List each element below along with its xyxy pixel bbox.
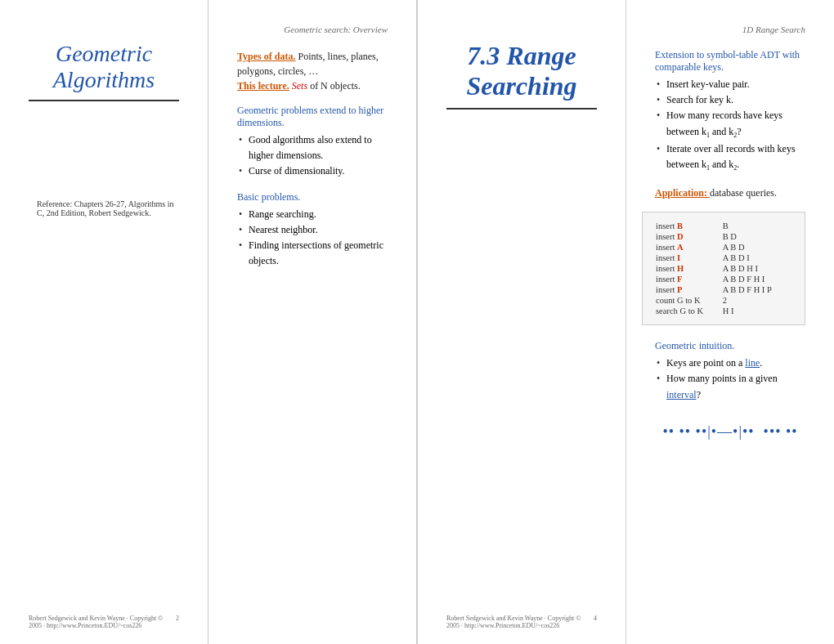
geo-intuition-section: Geometric intuition. Keys are point on a… <box>655 340 805 403</box>
footer-left-2: Robert Sedgewick and Kevin Wayne · Copyr… <box>446 615 594 629</box>
page2-divider <box>446 108 597 110</box>
page-1-right: Geometric search: Overview Types of data… <box>208 0 417 644</box>
table-row: insert I A B D I <box>656 253 791 263</box>
ext-bullet-3: How many records have keys between k1 an… <box>666 108 805 141</box>
geo-problems-title: Geometric problems extend to higher dime… <box>237 105 388 129</box>
basic-bullet-2: Nearest neighbor. <box>249 222 388 238</box>
ext-bullet-2: Search for key k. <box>666 92 805 108</box>
interval-label: interval <box>666 389 697 400</box>
of-n-objects: of N objects. <box>310 80 361 92</box>
number-line-diagram: •• •• ••|•—•|•• ••• •• <box>655 423 805 441</box>
geo-bullet-1: Good algorithms also extend to higher di… <box>249 132 388 163</box>
extension-title: Extension to symbol-table ADT with compa… <box>655 49 805 74</box>
lecture-label: This lecture. <box>237 80 289 92</box>
geo-bullets-list-2: Keys are point on a line. How many point… <box>655 356 805 403</box>
page-1-left: Geometric Algorithms Reference: Chapters… <box>0 0 208 644</box>
application-label: Application: <box>655 187 710 199</box>
geo-bullet-2-1: Keys are point on a line. <box>666 356 805 371</box>
page2-footer: Robert Sedgewick and Kevin Wayne · Copyr… <box>446 615 597 629</box>
geo-bullets-list: Good algorithms also extend to higher di… <box>237 132 388 180</box>
operations-table: insert B B insert D B D insert A A B D i… <box>642 212 805 325</box>
table-row: count G to K 2 <box>656 295 791 306</box>
slide2-header: 1D Range Search <box>655 25 805 34</box>
basic-bullet-3: Finding intersections of geometric objec… <box>249 238 388 269</box>
basic-bullet-1: Range searching. <box>249 207 388 222</box>
geo-bullet-2-2: How many points in a given interval? <box>666 371 805 402</box>
geo-problems-section: Geometric problems extend to higher dime… <box>237 105 388 180</box>
page2-title: 7.3 Range Searching <box>446 41 597 101</box>
lecture-text: This lecture. Sets of N objects. <box>237 78 388 93</box>
extension-bullets-list: Insert key-value pair. Search for key k.… <box>655 77 805 174</box>
page1-divider <box>29 100 179 101</box>
basic-bullets-list: Range searching. Nearest neighbor. Findi… <box>237 207 388 270</box>
ext-bullet-1: Insert key-value pair. <box>666 77 805 92</box>
page1-footer: Robert Sedgewick and Kevin Wayne · Copyr… <box>29 615 179 629</box>
application-section: Application: database queries. <box>655 186 805 200</box>
page-2-right: 1D Range Search Extension to symbol-tabl… <box>626 0 834 644</box>
application-content: database queries. <box>710 187 777 199</box>
geo-bullet-2: Curse of dimensionality. <box>249 163 388 179</box>
extension-section: Extension to symbol-table ADT with compa… <box>655 49 805 174</box>
types-section: Types of data. Points, lines, planes, po… <box>237 49 388 93</box>
table-row: insert P A B D F H I P <box>656 284 791 295</box>
footer-right-2: 4 <box>594 615 597 629</box>
page1-reference: Reference: Chapters 26-27, Algorithms in… <box>37 199 179 217</box>
basic-problems-section: Basic problems. Range searching. Nearest… <box>237 191 388 270</box>
geo-intuition-title: Geometric intuition. <box>655 340 805 352</box>
footer-right-1: 2 <box>176 615 179 629</box>
basic-title: Basic problems. <box>237 191 388 203</box>
table-row: insert A A B D <box>656 242 791 253</box>
page-2-left: 7.3 Range Searching Robert Sedgewick and… <box>417 0 626 644</box>
application-text: Application: database queries. <box>655 186 805 200</box>
slide1-header: Geometric search: Overview <box>237 25 388 34</box>
table-row: search G to K H I <box>656 306 791 316</box>
types-label: Types of data. <box>237 51 295 62</box>
footer-left-1: Robert Sedgewick and Kevin Wayne · Copyr… <box>29 615 176 629</box>
table-row: insert D B D <box>656 231 791 242</box>
table-row: insert H A B D H I <box>656 263 791 274</box>
ext-bullet-4: Iterate over all records with keys betwe… <box>666 141 805 174</box>
line-label: line <box>745 357 760 369</box>
table-row: insert B B <box>656 221 791 231</box>
table-row: insert F A B D F H I <box>656 274 791 284</box>
sets-label: Sets <box>292 80 307 92</box>
types-text: Types of data. Points, lines, planes, po… <box>237 49 388 78</box>
page1-title: Geometric Algorithms <box>29 41 179 93</box>
